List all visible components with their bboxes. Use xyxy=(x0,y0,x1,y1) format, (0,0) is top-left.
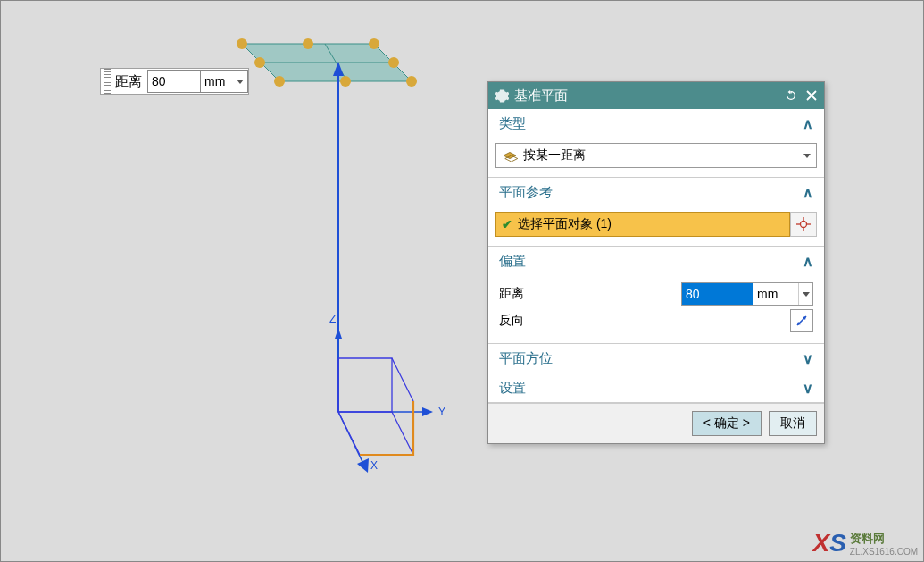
caret-down-icon xyxy=(803,292,810,297)
svg-point-10 xyxy=(406,76,417,87)
axis-y-label: Y xyxy=(438,406,445,418)
section-settings: 设置 ∨ xyxy=(488,373,824,403)
dialog-titlebar[interactable]: 基准平面 xyxy=(488,82,824,109)
offset-reverse-row: 反向 xyxy=(495,307,817,334)
svg-point-20 xyxy=(801,222,807,228)
dialog-title-text: 基准平面 xyxy=(514,88,568,105)
svg-point-5 xyxy=(369,38,379,49)
svg-marker-18 xyxy=(504,153,516,159)
offset-distance-field[interactable] xyxy=(682,283,753,305)
svg-point-9 xyxy=(340,76,351,87)
section-offset-header[interactable]: 偏置 ∧ xyxy=(488,247,824,275)
type-dropdown[interactable]: 按某一距离 xyxy=(495,143,817,168)
floating-distance-unit-dropdown[interactable]: mm xyxy=(200,70,248,93)
close-icon[interactable] xyxy=(806,90,817,101)
svg-point-4 xyxy=(303,38,313,49)
svg-point-8 xyxy=(274,76,285,87)
svg-point-3 xyxy=(237,38,247,49)
floating-distance-label: 距离 xyxy=(113,73,147,90)
chevron-up-icon: ∧ xyxy=(803,253,813,270)
section-plane-reference: 平面参考 ∧ ✔ 选择平面对象 (1) xyxy=(488,178,824,247)
caret-down-icon xyxy=(237,80,244,84)
axis-x-label: X xyxy=(370,459,378,472)
section-type-header[interactable]: 类型 ∧ xyxy=(488,109,824,138)
floating-distance-input[interactable]: 距离 mm xyxy=(100,68,249,95)
selection-target-button[interactable] xyxy=(790,212,817,237)
watermark-logo: XS xyxy=(812,529,845,558)
section-plane-reference-header[interactable]: 平面参考 ∧ xyxy=(488,178,824,206)
caret-down-icon xyxy=(803,154,811,158)
offset-distance-unit: mm xyxy=(753,287,798,301)
svg-marker-17 xyxy=(357,458,369,473)
svg-point-6 xyxy=(254,57,265,68)
section-settings-header[interactable]: 设置 ∨ xyxy=(488,373,824,402)
watermark-text: 资料网 xyxy=(850,532,885,545)
selection-plane-object[interactable]: ✔ 选择平面对象 (1) xyxy=(495,212,790,237)
dialog-footer: < 确定 > 取消 xyxy=(488,403,824,443)
chevron-up-icon: ∧ xyxy=(803,115,813,132)
chevron-down-icon: ∨ xyxy=(803,350,813,367)
swap-icon xyxy=(795,314,809,328)
svg-point-7 xyxy=(388,57,399,68)
gear-icon xyxy=(495,89,509,103)
cancel-button[interactable]: 取消 xyxy=(769,411,817,436)
reverse-direction-button[interactable] xyxy=(790,309,813,332)
section-orientation: 平面方位 ∨ xyxy=(488,344,824,373)
offset-distance-input-group: mm xyxy=(681,282,813,306)
section-type: 类型 ∧ 按某一距离 xyxy=(488,109,824,178)
svg-marker-15 xyxy=(422,407,433,416)
floating-distance-field[interactable] xyxy=(147,70,201,93)
target-icon xyxy=(796,217,811,231)
plane-offset-icon xyxy=(502,149,518,162)
watermark-url: ZL.XS1616.COM xyxy=(850,547,918,557)
offset-distance-row: 距离 mm xyxy=(495,281,817,307)
reset-icon[interactable] xyxy=(785,89,797,102)
chevron-down-icon: ∨ xyxy=(803,380,813,397)
watermark: XS 资料网 ZL.XS1616.COM xyxy=(812,529,918,558)
drag-grip-icon[interactable] xyxy=(104,69,111,94)
ok-button[interactable]: < 确定 > xyxy=(692,411,762,436)
section-offset: 偏置 ∧ 距离 mm 反向 xyxy=(488,247,824,344)
datum-plane-dialog: 基准平面 类型 ∧ 按某一距离 xyxy=(487,81,825,444)
section-orientation-header[interactable]: 平面方位 ∨ xyxy=(488,344,824,373)
chevron-up-icon: ∧ xyxy=(803,184,813,201)
axis-z-label: Z xyxy=(329,313,336,325)
offset-distance-stepper[interactable] xyxy=(798,283,812,305)
check-icon: ✔ xyxy=(502,217,512,231)
svg-marker-13 xyxy=(335,328,342,339)
